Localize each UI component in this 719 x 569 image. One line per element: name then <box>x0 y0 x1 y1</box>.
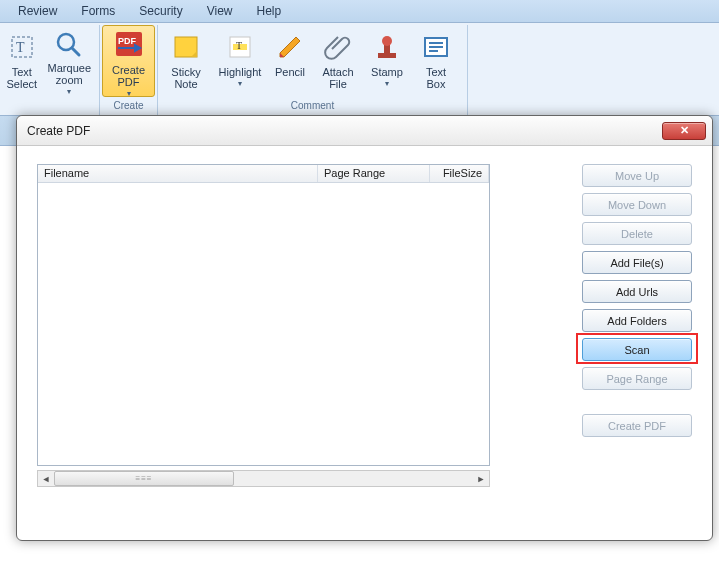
col-filename[interactable]: Filename <box>38 165 318 182</box>
text-select-icon: T <box>5 30 39 64</box>
text-select-label: Text Select <box>3 66 41 90</box>
svg-point-15 <box>382 36 392 46</box>
attach-file-label: AttachFile <box>322 66 353 90</box>
menu-help[interactable]: Help <box>245 0 294 22</box>
svg-line-3 <box>72 48 79 55</box>
highlight-label: Highlight <box>219 66 262 78</box>
file-list-header: Filename Page Range FileSize <box>38 165 489 183</box>
text-box-icon <box>419 30 453 64</box>
svg-text:T: T <box>236 40 242 51</box>
delete-button[interactable]: Delete <box>582 222 692 245</box>
dropdown-icon: ▾ <box>127 89 131 98</box>
dropdown-icon: ▾ <box>385 79 389 88</box>
ribbon-group-select: T Text Select Marqueezoom ▾ <box>0 25 100 115</box>
text-box-label: TextBox <box>426 66 446 90</box>
text-box-button[interactable]: TextBox <box>410 25 462 97</box>
menu-review[interactable]: Review <box>6 0 69 22</box>
text-select-button[interactable]: T Text Select <box>2 25 42 97</box>
create-pdf-label: CreatePDF <box>112 64 145 88</box>
highlight-button[interactable]: T Highlight ▾ <box>212 25 268 97</box>
marquee-zoom-button[interactable]: Marqueezoom ▾ <box>42 25 97 97</box>
create-pdf-dialog: Create PDF ✕ Filename Page Range FileSiz… <box>16 115 713 541</box>
sticky-note-icon <box>169 30 203 64</box>
move-down-button[interactable]: Move Down <box>582 193 692 216</box>
svg-text:PDF: PDF <box>118 36 137 46</box>
add-urls-button[interactable]: Add Urls <box>582 280 692 303</box>
col-filesize[interactable]: FileSize <box>430 165 489 182</box>
svg-rect-13 <box>378 53 396 58</box>
add-files-button[interactable]: Add File(s) <box>582 251 692 274</box>
attach-file-button[interactable]: AttachFile <box>312 25 364 97</box>
dialog-title: Create PDF <box>27 124 662 138</box>
svg-text:T: T <box>16 40 25 55</box>
ribbon-group-comment: StickyNote T Highlight ▾ Pencil <box>158 25 468 115</box>
page-range-button[interactable]: Page Range <box>582 367 692 390</box>
stamp-button[interactable]: Stamp ▾ <box>364 25 410 97</box>
dialog-side-buttons: Move Up Move Down Delete Add File(s) Add… <box>582 164 692 437</box>
stamp-icon <box>370 30 404 64</box>
menu-forms[interactable]: Forms <box>69 0 127 22</box>
ribbon-group-caption: Comment <box>158 100 467 114</box>
close-icon: ✕ <box>680 124 689 137</box>
scroll-left-icon[interactable]: ◄ <box>38 471 54 486</box>
dialog-close-button[interactable]: ✕ <box>662 122 706 140</box>
col-page-range[interactable]: Page Range <box>318 165 430 182</box>
move-up-button[interactable]: Move Up <box>582 164 692 187</box>
paperclip-icon <box>321 30 355 64</box>
add-folders-button[interactable]: Add Folders <box>582 309 692 332</box>
svg-marker-11 <box>280 37 300 57</box>
svg-rect-6 <box>175 37 197 57</box>
marquee-zoom-label: Marqueezoom <box>48 62 91 86</box>
menu-bar: Review Forms Security View Help <box>0 0 719 23</box>
scan-button[interactable]: Scan <box>582 338 692 361</box>
sticky-note-button[interactable]: StickyNote <box>160 25 212 97</box>
scrollbar-track[interactable]: ≡≡≡ <box>54 471 473 486</box>
dropdown-icon: ▾ <box>67 87 71 96</box>
scroll-right-icon[interactable]: ► <box>473 471 489 486</box>
stamp-label: Stamp <box>371 66 403 78</box>
menu-security[interactable]: Security <box>127 0 194 22</box>
dialog-titlebar[interactable]: Create PDF ✕ <box>17 116 712 146</box>
create-pdf-submit-button[interactable]: Create PDF <box>582 414 692 437</box>
pencil-label: Pencil <box>275 66 305 78</box>
create-pdf-button[interactable]: PDF CreatePDF ▾ <box>102 25 155 97</box>
scrollbar-thumb[interactable]: ≡≡≡ <box>54 471 234 486</box>
horizontal-scrollbar[interactable]: ◄ ≡≡≡ ► <box>37 470 490 487</box>
ribbon-group-caption <box>0 100 99 114</box>
pencil-button[interactable]: Pencil <box>268 25 312 97</box>
highlight-icon: T <box>223 30 257 64</box>
ribbon-group-caption: Create <box>100 100 157 114</box>
dropdown-icon: ▾ <box>238 79 242 88</box>
ribbon: T Text Select Marqueezoom ▾ <box>0 23 719 116</box>
menu-view[interactable]: View <box>195 0 245 22</box>
sticky-note-label: StickyNote <box>171 66 200 90</box>
ribbon-group-create: PDF CreatePDF ▾ Create <box>100 25 158 115</box>
file-list[interactable]: Filename Page Range FileSize <box>37 164 490 466</box>
magnifier-icon <box>52 30 86 60</box>
pencil-icon <box>273 30 307 64</box>
pdf-icon: PDF <box>112 30 146 62</box>
